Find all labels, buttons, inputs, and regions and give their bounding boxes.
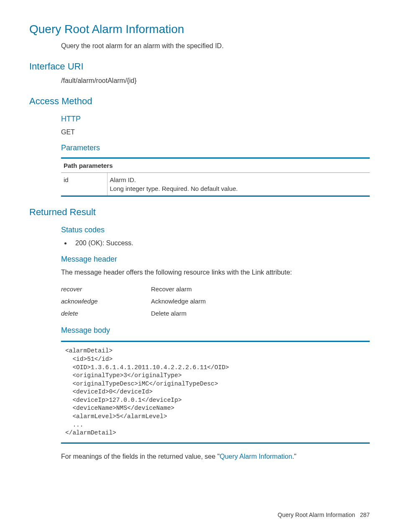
http-label: HTTP xyxy=(61,114,370,124)
table-row: delete Delete alarm xyxy=(61,307,206,319)
table-row: acknowledge Acknowledge alarm xyxy=(61,295,206,307)
message-header-label: Message header xyxy=(61,254,370,265)
parameters-label: Parameters xyxy=(61,143,370,153)
parameters-table: Path parameters id Alarm ID. Long intege… xyxy=(61,157,370,197)
interface-uri-heading: Interface URI xyxy=(29,60,370,73)
footnote-prefix: For meanings of the fields in the return… xyxy=(61,453,220,460)
link-desc: Acknowledge alarm xyxy=(151,295,206,307)
message-header-intro: The message header offers the following … xyxy=(61,268,370,277)
link-name: delete xyxy=(61,307,151,319)
link-name: recover xyxy=(61,283,151,295)
http-method-value: GET xyxy=(61,128,370,137)
returned-result-heading: Returned Result xyxy=(29,206,370,219)
table-row: id Alarm ID. Long integer type. Required… xyxy=(61,173,370,196)
footnote-suffix: ." xyxy=(292,453,297,460)
footnote: For meanings of the fields in the return… xyxy=(61,452,370,461)
status-codes-label: Status codes xyxy=(61,225,370,235)
param-name: id xyxy=(61,173,107,196)
message-body-code: <alarmDetail> <id>51</id> <OID>1.3.6.1.4… xyxy=(61,341,370,443)
status-code-item: 200 (OK): Success. xyxy=(71,239,370,248)
page-title: Query Root Alarm Information xyxy=(29,21,370,37)
intro-text: Query the root alarm for an alarm with t… xyxy=(61,41,370,51)
link-name: acknowledge xyxy=(61,295,151,307)
footnote-link[interactable]: Query Alarm Information xyxy=(220,453,292,460)
resource-links-table: recover Recover alarm acknowledge Acknow… xyxy=(61,283,206,319)
parameters-table-header: Path parameters xyxy=(61,158,370,173)
param-desc: Alarm ID. Long integer type. Required. N… xyxy=(107,173,370,196)
message-body-label: Message body xyxy=(61,325,370,336)
link-desc: Recover alarm xyxy=(151,283,206,295)
table-row: recover Recover alarm xyxy=(61,283,206,295)
access-method-heading: Access Method xyxy=(29,95,370,108)
status-codes-list: 200 (OK): Success. xyxy=(29,239,370,248)
interface-uri-value: /fault/alarm/rootAlarm/{id} xyxy=(61,76,370,85)
link-desc: Delete alarm xyxy=(151,307,206,319)
